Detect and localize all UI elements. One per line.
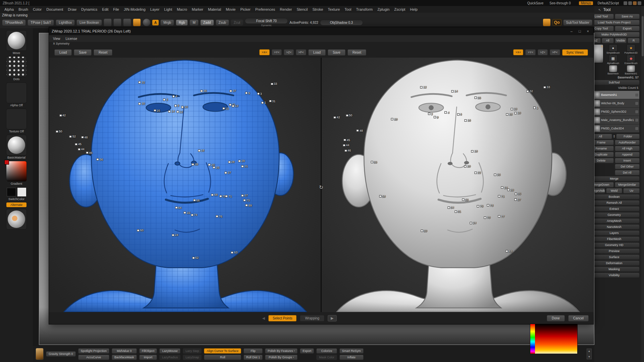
dots-thumbnail[interactable] [6, 56, 27, 77]
menu-zplugin[interactable]: Zplugin [375, 7, 392, 12]
menu-picker[interactable]: Picker [238, 7, 253, 12]
tool-thumb-simplebrush[interactable]: ●SimpleBrush [604, 44, 622, 54]
active-tool-name[interactable]: Basemesh1. 57 [594, 76, 639, 79]
menu-layer[interactable]: Layer [148, 7, 162, 12]
wrapping-button[interactable]: Wrapping [300, 315, 324, 321]
del-all-button[interactable]: Del All [615, 170, 640, 175]
zsub-button[interactable]: Zsub [216, 19, 229, 26]
subtool-row-male-anatomy-bundle1[interactable]: Male_Anatomy_Bundle1 [594, 116, 639, 124]
tool-thumb-basemesh1[interactable]: Basemesh1 [623, 65, 640, 75]
section-fibermesh[interactable]: FiberMesh [594, 236, 640, 242]
tposemesh-button[interactable]: TPoseMesh [2, 19, 26, 26]
projection-icon[interactable] [104, 18, 112, 26]
tool-thumb-basemesh[interactable]: Basemesh [604, 65, 622, 75]
section-surface[interactable]: Surface [594, 254, 640, 260]
make-polymesh3d-button[interactable]: Make PolyMesh3D [594, 32, 640, 37]
section-masking[interactable]: Masking [594, 266, 640, 272]
objshadow-slider[interactable]: ObjShadow 0.3 [320, 20, 363, 25]
menu-transform[interactable]: Transform [354, 7, 375, 12]
subtool-folder-button[interactable]: Folder [616, 134, 640, 139]
select-points-button[interactable]: Select Points [268, 315, 297, 321]
focal-shift-slider[interactable]: Focal Shift 70 [245, 18, 288, 24]
export-tool-button[interactable]: Export [615, 26, 640, 31]
axis-left-z-2[interactable]: >Z< [284, 49, 294, 55]
paint-icon[interactable] [635, 127, 638, 130]
section-layers[interactable]: Layers [594, 230, 640, 236]
see-through-control[interactable]: See-through 0 [548, 1, 572, 5]
subtool-all-button[interactable]: All [594, 134, 612, 139]
smart-resym-button[interactable]: Smart ReSym [339, 348, 364, 354]
all-high-button[interactable]: All High [615, 146, 640, 151]
subtool-section-header[interactable]: SubTool [594, 80, 640, 85]
axis-right-y-1[interactable]: >Y< [525, 49, 536, 55]
move-thumbnail[interactable] [6, 30, 27, 51]
alternate-button[interactable]: Alternate [6, 202, 26, 207]
load-tools-from-project-button[interactable]: Load Tools From Project [594, 20, 640, 25]
source-mesh-viewport[interactable]: 3236373353314230910111161412131542505248… [49, 58, 321, 312]
subtool-master-button[interactable]: SubTool Master [563, 19, 592, 26]
gravity-strength-slider[interactable]: Gravity Strength 0 [46, 351, 76, 357]
menus-button[interactable]: Menus [579, 1, 593, 5]
frame-button[interactable]: Frame [594, 140, 614, 145]
mrgb-button[interactable]: Mrgb [160, 19, 174, 26]
delete-button[interactable]: Delete [594, 158, 614, 163]
tool-thumb-eraserbrush[interactable]: ◆EraserBrush [623, 55, 640, 64]
polish-by-groups-button[interactable]: Polish By Groups [265, 355, 298, 360]
menu-brush[interactable]: Brush [16, 7, 31, 12]
rgb-button[interactable]: Rgb [176, 19, 188, 26]
axis-left-x-0[interactable]: >X< [259, 49, 270, 55]
paint-icon[interactable] [635, 119, 638, 122]
tool-thumb-alphabrush[interactable]: ▦AlphaBrush [604, 55, 622, 64]
quicksave-button[interactable]: QuickSave [526, 1, 545, 5]
next-step-icon[interactable]: ▶ [328, 315, 336, 321]
color-spectrum-picker[interactable] [530, 324, 578, 354]
menu-material[interactable]: Material [206, 7, 223, 12]
done-button[interactable]: Done [547, 315, 565, 321]
gear-icon[interactable] [638, 1, 641, 5]
del-other-button[interactable]: Del Other [615, 164, 640, 169]
axis-right-z-2[interactable]: >Z< [538, 49, 548, 55]
zwrap-minimize-button[interactable]: – [569, 29, 574, 33]
menu-texture[interactable]: Texture [325, 7, 342, 12]
zwrap-menu-view[interactable]: View [53, 37, 60, 41]
import-button[interactable]: Import [139, 355, 157, 360]
default-zscript-button[interactable]: DefaultZScript [596, 1, 620, 5]
backfacemask-button[interactable]: BackfaceMask [112, 355, 137, 360]
zwrap-menu-license[interactable]: License [66, 37, 77, 41]
cancel-button[interactable]: Cancel [568, 315, 589, 321]
all-button[interactable]: All [602, 38, 614, 43]
zwrap-mid-load-0[interactable]: Load [308, 49, 326, 56]
palette-pin-icon[interactable]: ↖ [598, 8, 601, 12]
live-boolean-button[interactable]: Live Boolean [76, 19, 102, 26]
menu-dynamics[interactable]: Dynamics [79, 7, 100, 12]
accucurve-button[interactable]: AccuCurve [78, 355, 110, 360]
menu-render[interactable]: Render [277, 7, 294, 12]
roll-dist-1-button[interactable]: Roll Dist 1 [244, 355, 263, 360]
item-thumbnail[interactable] [6, 209, 27, 230]
zwrap-maximize-button[interactable]: □ [577, 29, 583, 33]
section-geometry-hd[interactable]: Geometry HD [594, 242, 640, 248]
subtool-row-witcher-06-body[interactable]: Witcher-06_Body [594, 99, 639, 108]
mergedown-button[interactable]: MergeDown [594, 182, 614, 187]
uv-button[interactable]: Uv [623, 188, 640, 193]
auto-masking-badge[interactable]: A [152, 20, 159, 25]
mergesimilar-button[interactable]: MergeSimilar [615, 182, 640, 187]
append-button[interactable]: Append [615, 152, 640, 157]
brush-preview-icon[interactable] [133, 18, 141, 26]
extract-section-header[interactable]: Extract [594, 206, 640, 212]
autoreorder-button[interactable]: AutoReorder [615, 140, 640, 145]
brush-thumbnail-icon[interactable] [36, 348, 44, 360]
subtool-scroll-arrows[interactable]: ▲▼ [613, 134, 615, 139]
tpose-subt-button[interactable]: TPose | SubT [28, 19, 54, 26]
zwrap-close-button[interactable]: × [585, 29, 591, 33]
merge-section-header[interactable]: Merge [594, 176, 640, 181]
grid-icon[interactable] [628, 1, 632, 5]
rename-button[interactable]: Rename [594, 146, 614, 151]
target-mesh-viewport[interactable]: 1214323336246305013151109164248454446561… [322, 58, 593, 312]
axis-left-y-1[interactable]: >Y< [272, 49, 282, 55]
menu-zscript[interactable]: Zscript [392, 7, 408, 12]
zwrap-mid-save-1[interactable]: Save [328, 49, 345, 56]
tool-panel-scrollbar[interactable] [641, 6, 644, 362]
hue-strip[interactable] [530, 324, 535, 354]
menu-preferences[interactable]: Preferences [253, 7, 277, 12]
